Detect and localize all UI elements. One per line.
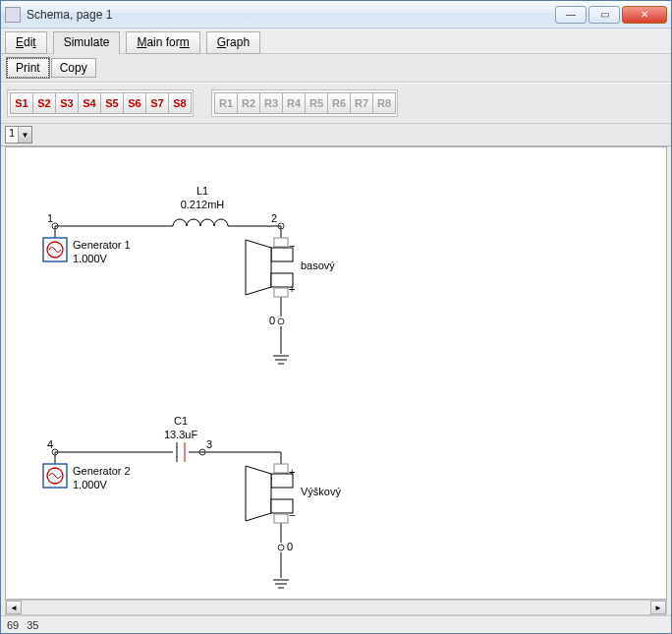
app-window: Schema, page 1 — ▭ ✕ Edit Simulate Main …	[0, 0, 672, 634]
print-button[interactable]: Print	[7, 58, 49, 78]
inductor-value: 0.212mH	[181, 199, 225, 210]
status-y: 35	[27, 619, 38, 631]
cap-value: 13.3uF	[164, 429, 198, 440]
app-icon	[5, 7, 21, 23]
svg-rect-18	[274, 288, 288, 297]
tab-main-form[interactable]: Main form	[126, 31, 199, 54]
svg-rect-42	[274, 514, 288, 523]
copy-button[interactable]: Copy	[51, 58, 96, 78]
scroll-right-icon[interactable]: ►	[650, 601, 666, 614]
svg-text:+: +	[289, 466, 295, 478]
svg-rect-13	[274, 238, 288, 247]
slot-r7[interactable]: R7	[350, 92, 373, 114]
r-slots: R1 R2 R3 R4 R5 R6 R7 R8	[211, 89, 398, 117]
horizontal-scrollbar[interactable]: ◄ ►	[5, 600, 667, 615]
node-0b: 0	[287, 541, 293, 552]
mode-tabs: Edit Simulate Main form Graph	[1, 29, 671, 54]
tab-edit[interactable]: Edit	[5, 31, 47, 54]
gen2-voltage: 1.000V	[73, 479, 108, 490]
scroll-left-icon[interactable]: ◄	[6, 601, 22, 614]
svg-marker-40	[246, 466, 271, 521]
slot-s7[interactable]: S7	[145, 92, 169, 114]
status-bar: 69 35	[1, 615, 671, 633]
svg-point-23	[278, 318, 284, 324]
slot-s1[interactable]: S1	[10, 92, 33, 114]
tab-simulate[interactable]: Simulate	[53, 31, 121, 54]
slot-r6[interactable]: R6	[327, 92, 351, 114]
page-combo[interactable]: 1 ▼	[5, 126, 32, 144]
slot-s5[interactable]: S5	[100, 92, 124, 114]
svg-rect-37	[274, 464, 288, 473]
capacitor-c1[interactable]: C1 13.3uF	[164, 415, 198, 462]
generator-1[interactable]: Generator 1 1.000V	[43, 226, 131, 264]
svg-text:−: −	[289, 509, 295, 521]
slot-s3[interactable]: S3	[55, 92, 79, 114]
titlebar[interactable]: Schema, page 1 — ▭ ✕	[1, 1, 671, 29]
node-2: 2	[271, 212, 277, 224]
slot-r4[interactable]: R4	[282, 92, 306, 114]
s-slots: S1 S2 S3 S4 S5 S6 S7 S8	[7, 89, 194, 117]
slot-r1[interactable]: R1	[214, 92, 238, 114]
slot-r5[interactable]: R5	[305, 92, 328, 114]
gen1-name: Generator 1	[73, 239, 131, 251]
schematic-canvas[interactable]: L1 0.212mH Generator 1 1.000V	[5, 146, 667, 600]
speaker-1[interactable]: − + basový	[246, 238, 335, 297]
circuit-2: C1 13.3uF Generator 2 1.000V	[43, 415, 341, 588]
slot-s4[interactable]: S4	[78, 92, 101, 114]
node-3: 3	[206, 438, 212, 450]
speaker2-name: Výškový	[301, 486, 341, 497]
inductor-name: L1	[196, 185, 208, 197]
svg-marker-16	[246, 240, 271, 295]
svg-text:+: +	[289, 283, 295, 295]
schematic-svg: L1 0.212mH Generator 1 1.000V	[6, 147, 654, 600]
speaker-2[interactable]: + − Výškový	[246, 464, 341, 523]
slot-s8[interactable]: S8	[168, 92, 192, 114]
minimize-button[interactable]: —	[555, 6, 587, 24]
gen1-voltage: 1.000V	[73, 253, 108, 264]
speaker1-name: basový	[301, 259, 335, 271]
slot-s6[interactable]: S6	[123, 92, 146, 114]
page-value: 1	[6, 127, 18, 143]
close-button[interactable]: ✕	[622, 6, 667, 24]
tab-graph[interactable]: Graph	[206, 31, 260, 54]
slot-s2[interactable]: S2	[32, 92, 56, 114]
generator-2[interactable]: Generator 2 1.000V	[43, 452, 131, 490]
cap-name: C1	[174, 415, 188, 427]
node-4: 4	[47, 438, 53, 450]
page-selector-bar: 1 ▼	[1, 124, 671, 146]
slot-r2[interactable]: R2	[237, 92, 260, 114]
circuit-1: L1 0.212mH Generator 1 1.000V	[43, 185, 335, 364]
svg-text:−: −	[289, 240, 295, 252]
inductor-l1[interactable]: L1 0.212mH	[163, 185, 232, 226]
slot-r3[interactable]: R3	[259, 92, 283, 114]
svg-point-47	[278, 545, 284, 550]
slot-toolbar: S1 S2 S3 S4 S5 S6 S7 S8 R1 R2 R3 R4 R5 R…	[1, 83, 671, 124]
gen2-name: Generator 2	[73, 465, 131, 477]
chevron-down-icon[interactable]: ▼	[18, 127, 31, 143]
node-1: 1	[47, 212, 53, 224]
toolbar: Print Copy	[1, 54, 671, 83]
maximize-button[interactable]: ▭	[588, 6, 620, 24]
status-x: 69	[7, 619, 19, 631]
node-0a: 0	[269, 315, 275, 326]
slot-r8[interactable]: R8	[372, 92, 396, 114]
window-title: Schema, page 1	[27, 8, 553, 22]
